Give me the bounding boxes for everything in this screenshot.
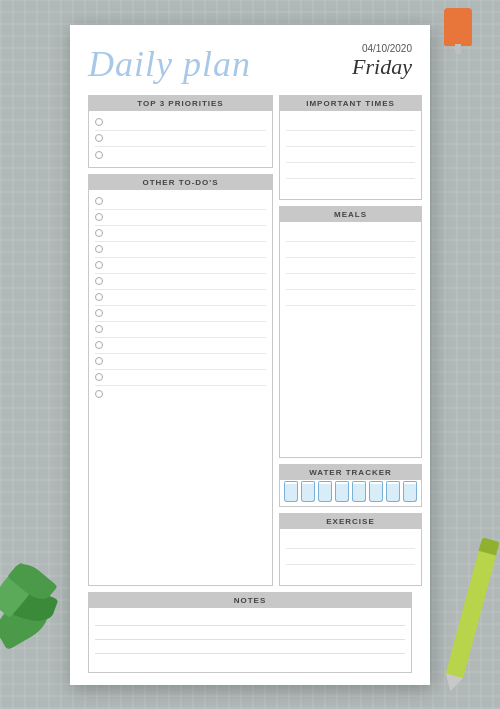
- todo-row: [95, 306, 266, 322]
- notes-line: [95, 612, 405, 626]
- exercise-header: EXERCISE: [280, 514, 421, 529]
- todo-row: [95, 354, 266, 370]
- checkbox-circle[interactable]: [95, 197, 103, 205]
- meal-row: [286, 274, 415, 290]
- notes-header: NOTES: [89, 593, 411, 608]
- page-title: Daily plan: [88, 43, 251, 85]
- water-glass-5[interactable]: [352, 484, 366, 502]
- priorities-section: TOP 3 PRIORITIES: [88, 95, 273, 168]
- priority-row: [95, 131, 266, 147]
- checkbox-circle[interactable]: [95, 325, 103, 333]
- priorities-content: [89, 111, 272, 167]
- water-tracker-section: WATER TRACKER: [279, 464, 422, 507]
- exercise-section: EXERCISE: [279, 513, 422, 586]
- todo-row: [95, 210, 266, 226]
- meals-header: MEALS: [280, 207, 421, 222]
- exercise-row: [286, 533, 415, 549]
- date-day-block: 04/10/2020 Friday: [352, 43, 412, 80]
- line-fill: [108, 138, 266, 139]
- todos-content: [89, 190, 272, 585]
- water-glass-8[interactable]: [403, 484, 417, 502]
- todo-row: [95, 226, 266, 242]
- water-content: [280, 480, 421, 506]
- checkbox-circle[interactable]: [95, 134, 103, 142]
- time-row: [286, 147, 415, 163]
- todo-row: [95, 370, 266, 386]
- checkbox-circle[interactable]: [95, 277, 103, 285]
- todos-header: OTHER TO-DO'S: [89, 175, 272, 190]
- sharpener-decoration: [444, 8, 472, 46]
- times-header: IMPORTANT TIMES: [280, 96, 421, 111]
- todo-row: [95, 290, 266, 306]
- checkbox-circle[interactable]: [95, 261, 103, 269]
- time-row: [286, 131, 415, 147]
- time-row: [286, 179, 415, 195]
- priority-row: [95, 147, 266, 163]
- plant-decoration: [0, 569, 70, 689]
- priorities-header: TOP 3 PRIORITIES: [89, 96, 272, 111]
- meal-row: [286, 242, 415, 258]
- todo-row: [95, 242, 266, 258]
- water-glass-1[interactable]: [284, 484, 298, 502]
- times-content: [280, 111, 421, 199]
- day-text: Friday: [352, 54, 412, 80]
- main-grid: TOP 3 PRIORITIES: [88, 95, 412, 586]
- checkbox-circle[interactable]: [95, 229, 103, 237]
- water-glass-7[interactable]: [386, 484, 400, 502]
- time-row: [286, 163, 415, 179]
- time-row: [286, 115, 415, 131]
- todos-section: OTHER TO-DO'S: [88, 174, 273, 586]
- line-fill: [108, 122, 266, 123]
- meal-row: [286, 226, 415, 242]
- important-times-section: IMPORTANT TIMES: [279, 95, 422, 200]
- paper-header: Daily plan 04/10/2020 Friday: [88, 43, 412, 85]
- water-glass-6[interactable]: [369, 484, 383, 502]
- meal-row: [286, 306, 415, 322]
- checkbox-circle[interactable]: [95, 293, 103, 301]
- meal-row: [286, 290, 415, 306]
- checkbox-circle[interactable]: [95, 151, 103, 159]
- exercise-content: [280, 529, 421, 585]
- checkbox-circle[interactable]: [95, 309, 103, 317]
- exercise-row: [286, 565, 415, 581]
- water-glass-4[interactable]: [335, 484, 349, 502]
- right-column: IMPORTANT TIMES MEALS: [279, 95, 422, 586]
- water-glass-3[interactable]: [318, 484, 332, 502]
- left-column: TOP 3 PRIORITIES: [88, 95, 273, 586]
- todo-row: [95, 194, 266, 210]
- water-glass-2[interactable]: [301, 484, 315, 502]
- todo-row: [95, 258, 266, 274]
- todo-row: [95, 274, 266, 290]
- meals-content: [280, 222, 421, 457]
- pen-decoration: [445, 549, 496, 679]
- meals-section: MEALS: [279, 206, 422, 458]
- checkbox-circle[interactable]: [95, 245, 103, 253]
- notes-section: NOTES: [88, 592, 412, 673]
- notes-line: [95, 654, 405, 668]
- checkbox-circle[interactable]: [95, 357, 103, 365]
- checkbox-circle[interactable]: [95, 341, 103, 349]
- todo-row: [95, 338, 266, 354]
- notes-line: [95, 640, 405, 654]
- checkbox-circle[interactable]: [95, 390, 103, 398]
- todo-row: [95, 322, 266, 338]
- notes-line: [95, 626, 405, 640]
- exercise-row: [286, 549, 415, 565]
- daily-planner-paper: Daily plan 04/10/2020 Friday TOP 3 PRIOR…: [70, 25, 430, 685]
- water-header: WATER TRACKER: [280, 465, 421, 480]
- date-text: 04/10/2020: [352, 43, 412, 54]
- line-fill: [108, 154, 266, 155]
- checkbox-circle[interactable]: [95, 373, 103, 381]
- priority-row: [95, 115, 266, 131]
- notes-content: [89, 608, 411, 672]
- meal-row: [286, 258, 415, 274]
- checkbox-circle[interactable]: [95, 213, 103, 221]
- checkbox-circle[interactable]: [95, 118, 103, 126]
- todo-row: [95, 386, 266, 402]
